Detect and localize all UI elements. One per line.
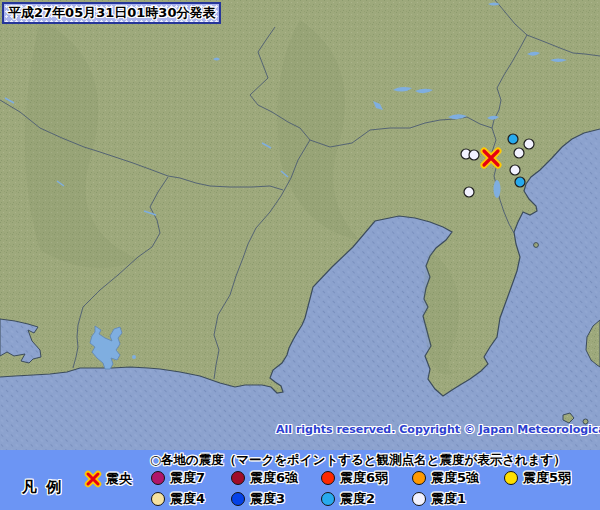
intensity-label: 震度4 [170, 491, 205, 507]
legend-item-shindo-6+: 震度6強 [231, 470, 298, 486]
intensity-label: 震度5強 [431, 470, 479, 486]
intensity-label: 震度3 [250, 491, 285, 507]
legend-panel: ○各地の震度（マークをポイントすると観測点名と震度が表示されます） 凡 例 震央… [0, 450, 600, 510]
legend-item-shindo-5-: 震度5弱 [504, 470, 571, 486]
observation-point-shindo-1[interactable] [510, 165, 520, 175]
intensity-label: 震度6弱 [340, 470, 388, 486]
intensity-color-dot [321, 471, 335, 485]
intensity-label: 震度5弱 [523, 470, 571, 486]
intensity-label: 震度6強 [250, 470, 298, 486]
intensity-color-dot [504, 471, 518, 485]
legend-item-shindo-4: 震度4 [151, 491, 205, 507]
hatsushima-island [534, 243, 539, 248]
intensity-color-dot [151, 471, 165, 485]
intensity-map [0, 0, 600, 450]
legend-title: 凡 例 [22, 478, 63, 497]
intensity-color-dot [231, 471, 245, 485]
legend-item-shindo-1: 震度1 [412, 491, 466, 507]
intensity-label: 震度2 [340, 491, 375, 507]
legend-note: ○各地の震度（マークをポイントすると観測点名と震度が表示されます） [150, 452, 566, 469]
legend-item-shindo-3: 震度3 [231, 491, 285, 507]
observation-point-shindo-1[interactable] [469, 150, 479, 160]
intensity-color-dot [321, 492, 335, 506]
legend-item-shindo-7: 震度7 [151, 470, 205, 486]
legend-item-shindo-6-: 震度6弱 [321, 470, 388, 486]
observation-point-shindo-1[interactable] [514, 148, 524, 158]
intensity-color-dot [231, 492, 245, 506]
legend-epicenter-label: 震央 [106, 470, 132, 488]
legend-item-shindo-2: 震度2 [321, 491, 375, 507]
observation-point-shindo-1[interactable] [524, 139, 534, 149]
observation-point-shindo-2[interactable] [515, 177, 525, 187]
small-lagoon [132, 355, 136, 359]
jma-seismic-intensity-page: 平成27年05月31日01時30分発表 All rights reserved.… [0, 0, 600, 510]
announcement-time-text: 平成27年05月31日01時30分発表 [8, 5, 215, 20]
epicenter-marker[interactable] [484, 151, 498, 165]
copyright-text: All rights reserved. Copyright © Japan M… [276, 423, 600, 436]
announcement-time-box: 平成27年05月31日01時30分発表 [2, 2, 221, 24]
intensity-label: 震度1 [431, 491, 466, 507]
map-area: 平成27年05月31日01時30分発表 All rights reserved.… [0, 0, 600, 450]
legend-item-shindo-5+: 震度5強 [412, 470, 479, 486]
observation-point-shindo-1[interactable] [464, 187, 474, 197]
intensity-color-dot [412, 492, 426, 506]
intensity-color-dot [151, 492, 165, 506]
observation-point-shindo-2[interactable] [508, 134, 518, 144]
epicenter-x-icon [84, 470, 102, 488]
intensity-label: 震度7 [170, 470, 205, 486]
legend-epicenter-key: 震央 [84, 470, 132, 488]
intensity-color-dot [412, 471, 426, 485]
